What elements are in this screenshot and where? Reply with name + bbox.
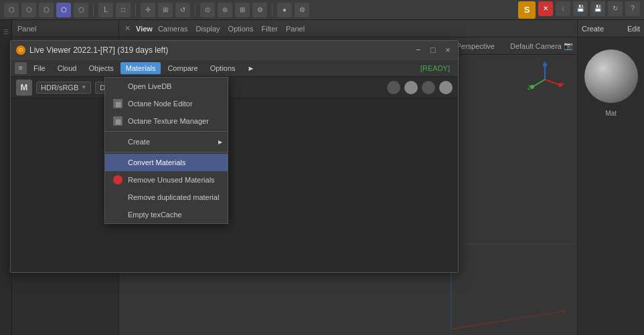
right-panel-content: Mat — [578, 37, 644, 122]
tab-options[interactable]: Options — [228, 25, 254, 33]
lv-minimize-button[interactable]: − — [414, 45, 423, 55]
toolbar-icon-dl[interactable]: ↓ — [556, 1, 570, 16]
remove-dup-label: Remove duplicated material — [128, 193, 219, 201]
view-header: ✕ View Cameras Display Options Filter Pa… — [119, 20, 577, 37]
empty-cache-label: Empty texCache — [128, 211, 182, 219]
menu-item-convert-materials[interactable]: Convert Materials — [105, 154, 228, 171]
svg-point-25 — [543, 63, 547, 67]
live-viewer-window: O Live Viewer 2022.1-[R7] (319 days left… — [10, 40, 459, 273]
lv-circle-btn-3[interactable] — [422, 81, 435, 94]
toolbar-icon-circ[interactable]: ⊙ — [200, 3, 215, 17]
lv-restore-button[interactable]: □ — [428, 45, 438, 55]
toolbar-icon-s[interactable]: S — [518, 1, 536, 19]
tab-display[interactable]: Display — [196, 25, 220, 33]
right-panel: Create Edit Mat — [577, 20, 644, 335]
lv-menubar: ≡ File Cloud Objects Materials Compare O… — [11, 60, 458, 77]
lv-m-button[interactable]: M — [16, 80, 32, 96]
lv-menu-objects[interactable]: Objects — [83, 62, 118, 74]
material-label: Mat — [583, 110, 639, 117]
panel-text: Panel — [17, 25, 36, 33]
lv-circle-btn-1[interactable] — [387, 81, 400, 94]
materials-dropdown-menu: Open LiveDB ▦ Octane Node Editor ▦ Octan… — [104, 77, 228, 224]
lv-menu-cloud[interactable]: Cloud — [52, 62, 82, 74]
lv-ready-badge: [READY] — [416, 63, 454, 74]
lv-menu-materials[interactable]: Materials — [120, 62, 161, 74]
panel-label: Panel — [12, 20, 118, 37]
toolbar-icon-3[interactable]: ⬡ — [39, 3, 54, 17]
lv-circle-buttons — [387, 81, 453, 94]
toolbar-icon-save3[interactable]: ↻ — [608, 1, 623, 16]
toolbar-icon-5[interactable]: ⬡ — [74, 3, 88, 17]
svg-line-21 — [545, 80, 560, 85]
lv-title-left: O Live Viewer 2022.1-[R7] (319 days left… — [16, 45, 168, 55]
lv-inner-toolbar: M HDR/sRGB ▼ DL ▼ — [11, 77, 458, 98]
lv-close-button[interactable]: × — [443, 45, 453, 55]
toolbar-icon-move[interactable]: ✛ — [141, 3, 155, 17]
toolbar-icon-help[interactable]: ? — [625, 1, 640, 16]
lv-title-text: Live Viewer 2022.1-[R7] (319 days left) — [29, 45, 168, 55]
toolbar-icon-sq[interactable]: □ — [116, 3, 131, 17]
separator4 — [272, 4, 272, 16]
menu-item-remove-unused[interactable]: Remove Unused Materials — [105, 171, 228, 189]
lv-menu-hamburger[interactable]: ≡ — [15, 62, 27, 74]
toolbar-icon-save2[interactable]: 💾 — [590, 1, 605, 16]
tab-filter[interactable]: Filter — [262, 25, 278, 33]
lv-color-mode-dropdown[interactable]: HDR/sRGB ▼ — [36, 82, 91, 94]
toolbar-icon-1[interactable]: ⬡ — [4, 3, 19, 17]
menu-item-open-livedb[interactable]: Open LiveDB — [105, 78, 228, 95]
lv-menu-compare[interactable]: Compare — [162, 62, 203, 74]
lv-circle-btn-4[interactable] — [439, 81, 453, 94]
toolbar-icon-grid[interactable]: ⊞ — [158, 3, 173, 17]
separator — [93, 4, 94, 16]
view-tab-active[interactable]: View — [136, 25, 153, 33]
octane-texture-manager-icon: ▦ — [113, 116, 123, 126]
lv-menu-file[interactable]: File — [28, 62, 51, 74]
lv-titlebar: O Live Viewer 2022.1-[R7] (319 days left… — [11, 41, 458, 60]
right-panel-toolbar: Create Edit — [578, 20, 644, 37]
menu-item-octane-node-editor[interactable]: ▦ Octane Node Editor — [105, 95, 228, 112]
separator3 — [195, 4, 195, 16]
toolbar-icon-rot[interactable]: ↺ — [175, 3, 190, 17]
tab-cameras[interactable]: Cameras — [158, 25, 188, 33]
convert-materials-label: Convert Materials — [128, 158, 185, 166]
lv-menu-arrow[interactable]: ► — [242, 62, 260, 74]
viewport-perspective-label: Perspective — [456, 42, 494, 50]
toolbar-icon-x[interactable]: ✕ — [538, 1, 553, 16]
camera-icon: 📷 — [564, 41, 573, 50]
octane-texture-manager-label: Octane Texture Manager — [128, 117, 209, 125]
menu-item-empty-cache[interactable]: Empty texCache — [105, 206, 228, 223]
octane-node-editor-label: Octane Node Editor — [128, 100, 193, 108]
remove-unused-icon — [113, 175, 123, 185]
lv-circle-btn-2[interactable] — [404, 81, 418, 94]
lv-menu-options[interactable]: Options — [205, 62, 241, 74]
menu-item-create[interactable]: Create — [105, 133, 228, 150]
svg-line-23 — [532, 80, 545, 87]
menu-item-remove-dup[interactable]: Remove duplicated material — [105, 189, 228, 206]
lv-app-icon: O — [16, 45, 25, 55]
view-close-icon[interactable]: ✕ — [125, 24, 131, 33]
remove-unused-label: Remove Unused Materials — [128, 176, 215, 184]
toolbar-icon-2[interactable]: ⬡ — [21, 3, 36, 17]
viewport-camera-label: Default Camera — [510, 42, 562, 50]
open-livedb-icon — [113, 82, 123, 91]
tab-panel[interactable]: Panel — [286, 25, 305, 33]
color-mode-arrow: ▼ — [81, 84, 86, 90]
toolbar-icon-save[interactable]: 💾 — [573, 1, 588, 16]
toolbar-icon-cross[interactable]: ⊚ — [218, 3, 232, 17]
svg-marker-16 — [562, 310, 566, 314]
empty-cache-icon — [113, 210, 123, 219]
toolbar-icon-l[interactable]: L — [98, 3, 113, 17]
open-livedb-label: Open LiveDB — [128, 82, 171, 90]
toolbar-icon-dot[interactable]: ● — [277, 3, 292, 17]
right-panel-edit[interactable]: Edit — [627, 25, 640, 33]
menu-separator-1 — [105, 131, 228, 132]
octane-node-editor-icon: ▦ — [113, 99, 123, 108]
menu-item-octane-texture-manager[interactable]: ▦ Octane Texture Manager — [105, 112, 228, 130]
right-panel-create[interactable]: Create — [582, 25, 604, 33]
create-icon — [113, 137, 123, 146]
toolbar-icon-gear2[interactable]: ⚙ — [295, 3, 309, 17]
toolbar-icon-4[interactable]: ⬡ — [56, 3, 71, 17]
toolbar-icon-gear[interactable]: ⚙ — [252, 3, 267, 17]
toolbar-icon-grid2[interactable]: ⊞ — [235, 3, 250, 17]
view-tabs: Cameras Display Options Filter Panel — [158, 25, 305, 33]
